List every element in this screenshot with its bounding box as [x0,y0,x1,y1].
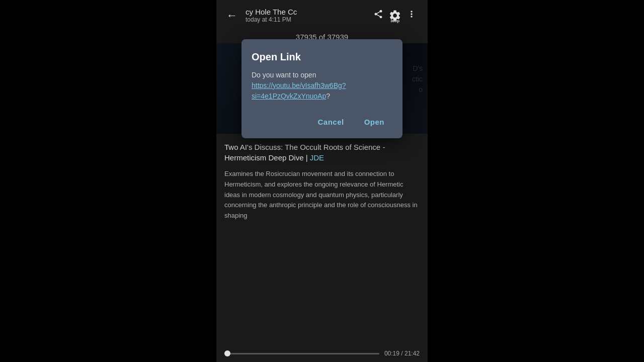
header-title-text: cy Hole The Cc [246,8,364,16]
progress-thumb [224,350,230,356]
dialog-message: Do you want to open https://youtu.be/vIs… [252,70,392,102]
progress-bar-container: 00:19 / 21:42 [216,345,428,362]
video-area: D's ctic o Open Link Do you want to open… [216,43,428,134]
channel-name[interactable]: JDE [310,153,324,162]
open-button[interactable]: Open [356,114,392,130]
dialog-title: Open Link [252,51,392,63]
quality-label: 360p [390,19,399,23]
phone-frame: ← cy Hole The Cc today at 4:11 PM 360p [216,0,428,362]
header: ← cy Hole The Cc today at 4:11 PM 360p [216,0,428,29]
header-subtitle: today at 4:11 PM [246,16,364,23]
back-button[interactable]: ← [224,7,239,24]
dialog-link[interactable]: https://youtu.be/vIsafh3w6Bg?si=4e1PzQvk… [252,81,346,100]
progress-track[interactable] [224,353,379,354]
dialog-overlay: Open Link Do you want to open https://yo… [216,43,428,134]
open-link-dialog: Open Link Do you want to open https://yo… [242,39,403,138]
content-title: Two AI's Discuss: The Occult Roots of Sc… [224,142,420,163]
time-display: 00:19 / 21:42 [384,350,420,357]
cancel-button[interactable]: Cancel [309,114,352,130]
content-description: Examines the Rosicrucian movement and it… [224,169,420,221]
share-icon[interactable] [370,6,386,25]
header-title-block: cy Hole The Cc today at 4:11 PM [246,8,364,23]
header-actions: 360p [370,6,420,25]
more-options-button[interactable] [404,6,420,25]
quality-settings-button[interactable]: 360p [388,9,401,22]
dialog-actions: Cancel Open [252,114,392,130]
content-title-text: Two AI's Discuss: The Occult Roots of Sc… [224,143,385,162]
dialog-message-prefix: Do you want to open [252,71,316,79]
content-area: Two AI's Discuss: The Occult Roots of Sc… [216,134,428,345]
dialog-message-suffix: ? [326,92,330,100]
